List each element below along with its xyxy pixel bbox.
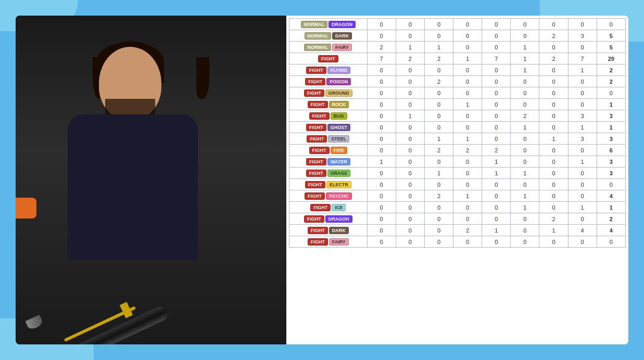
- table-cell-value: 1: [568, 65, 597, 76]
- table-cell-value: 1: [453, 99, 482, 110]
- table-cell-value: 0: [568, 76, 597, 87]
- table-cell-value: 0: [539, 145, 568, 156]
- table-cell-value: 0: [453, 110, 482, 122]
- table-cell-value: 0: [568, 236, 597, 248]
- type-badge-fight: FIGHT: [318, 55, 338, 62]
- table-row: FIGHTGROUND000000000: [289, 87, 626, 99]
- table-cell-value: 0: [367, 202, 396, 213]
- table-cell-value: 0: [396, 236, 424, 248]
- type-label-cell: FIGHTICE: [289, 202, 368, 213]
- table-cell-value: 2: [367, 42, 396, 53]
- table-cell-value: 2: [396, 53, 424, 65]
- table-cell-value: 3: [597, 133, 625, 145]
- table-cell-value: 0: [396, 87, 424, 99]
- table-cell-value: 0: [482, 19, 511, 30]
- table-cell-value: 1: [453, 190, 482, 202]
- type-badge-steel: STEEL: [328, 135, 349, 143]
- table-cell-value: 0: [539, 168, 568, 179]
- table-cell-value: 0: [482, 236, 511, 248]
- type-badge-fight: FIGHT: [310, 204, 331, 211]
- table-cell-value: 1: [597, 122, 625, 133]
- type-badge-dragon: DRAGON: [329, 21, 356, 28]
- table-cell-value: 1: [597, 99, 625, 110]
- table-cell-value: 1: [453, 53, 482, 65]
- type-label-cell: NORMALFAIRY: [289, 42, 368, 53]
- table-cell-value: 2: [453, 145, 482, 156]
- type-badge-ice: ICE: [332, 204, 346, 211]
- table-cell-value: 0: [511, 156, 539, 168]
- table-cell-value: 0: [367, 19, 396, 30]
- table-cell-value: 0: [424, 110, 453, 122]
- type-badge-fight: FIGHT: [305, 78, 325, 85]
- table-cell-value: 0: [453, 42, 482, 53]
- table-cell-value: 0: [539, 65, 568, 76]
- table-cell-value: 0: [424, 202, 453, 213]
- type-badge-psychic: PSYCHC: [326, 192, 352, 200]
- table-cell-value: 1: [424, 168, 453, 179]
- table-cell-value: 0: [424, 65, 453, 76]
- table-cell-value: 1: [367, 156, 396, 168]
- table-cell-value: 0: [367, 213, 396, 225]
- table-cell-value: 6: [597, 145, 625, 156]
- type-label-cell: FIGHTFAIRY: [289, 236, 368, 248]
- table-cell-value: 0: [597, 236, 625, 248]
- table-cell-value: 0: [367, 76, 396, 87]
- table-cell-value: 0: [367, 110, 396, 122]
- table-cell-value: 7: [568, 53, 597, 65]
- table-cell-value: 2: [511, 110, 539, 122]
- table-panel[interactable]: NORMALDRAGON000000000NORMALDARK000000235…: [286, 16, 628, 344]
- table-cell-value: 2: [424, 145, 453, 156]
- table-row: FIGHT7221712729: [289, 53, 626, 65]
- type-badge-fairy: FAIRY: [332, 44, 352, 51]
- table-cell-value: 0: [396, 99, 424, 110]
- table-row: FIGHTFIRE002220006: [289, 145, 626, 156]
- table-cell-value: 0: [424, 236, 453, 248]
- type-badge-electric: ELECTR: [326, 181, 351, 188]
- type-label-cell: FIGHTBUG: [289, 110, 368, 122]
- table-cell-value: 2: [453, 225, 482, 236]
- type-badge-fight: FIGHT: [306, 124, 326, 131]
- table-cell-value: 0: [511, 145, 539, 156]
- type-badge-ghost: GHOST: [327, 124, 350, 131]
- type-badge-grass: GRASS: [327, 170, 350, 177]
- table-cell-value: 0: [453, 65, 482, 76]
- table-cell-value: 0: [482, 30, 511, 42]
- table-cell-value: 2: [424, 76, 453, 87]
- table-cell-value: 3: [597, 168, 625, 179]
- table-cell-value: 0: [367, 225, 396, 236]
- table-cell-value: 0: [453, 179, 482, 190]
- table-cell-value: 0: [367, 87, 396, 99]
- table-cell-value: 0: [367, 236, 396, 248]
- table-cell-value: 1: [511, 190, 539, 202]
- table-cell-value: 0: [568, 190, 597, 202]
- table-cell-value: 0: [539, 76, 568, 87]
- type-label-cell: FIGHTGRASS: [289, 168, 368, 179]
- type-badge-dark: DARK: [332, 32, 352, 40]
- table-cell-value: 3: [568, 30, 597, 42]
- table-row: FIGHTPOISON002000002: [289, 76, 626, 87]
- table-cell-value: 0: [482, 190, 511, 202]
- table-row: FIGHTDRAGON000000202: [289, 213, 626, 225]
- table-cell-value: 0: [424, 225, 453, 236]
- table-cell-value: 0: [482, 133, 511, 145]
- table-cell-value: 3: [597, 156, 625, 168]
- pen-tip: [26, 315, 44, 331]
- table-cell-value: 7: [482, 53, 511, 65]
- table-cell-value: 4: [568, 225, 597, 236]
- table-cell-value: 0: [396, 19, 424, 30]
- person-hair-side-right: [196, 57, 209, 99]
- table-cell-value: 0: [511, 19, 539, 30]
- table-cell-value: 1: [568, 156, 597, 168]
- table-cell-value: 5: [597, 42, 625, 53]
- table-cell-value: 0: [539, 99, 568, 110]
- type-label-cell: FIGHTPSYCHC: [289, 190, 368, 202]
- table-cell-value: 1: [511, 202, 539, 213]
- table-cell-value: 0: [597, 87, 625, 99]
- table-row: NORMALFAIRY211001005: [289, 42, 626, 53]
- table-row: FIGHTROCK000100001: [289, 99, 626, 110]
- type-label-cell: FIGHTPOISON: [289, 76, 368, 87]
- table-cell-value: 0: [424, 19, 453, 30]
- main-content: NORMALDRAGON000000000NORMALDARK000000235…: [16, 16, 628, 344]
- table-cell-value: 0: [396, 190, 424, 202]
- table-cell-value: 0: [568, 145, 597, 156]
